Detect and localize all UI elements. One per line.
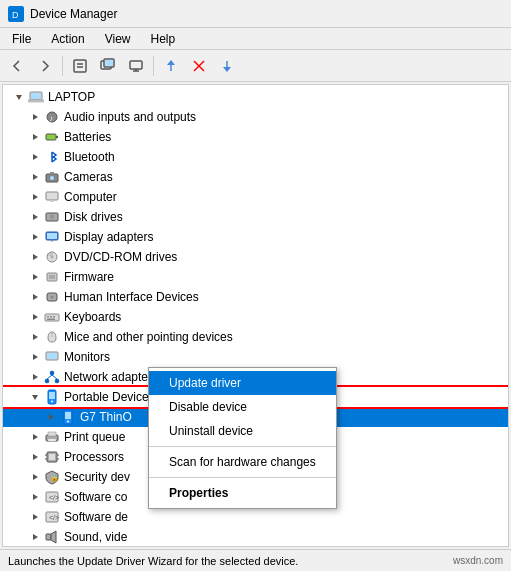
item-label-g7thino: G7 ThinO	[80, 410, 132, 424]
tree-item-laptop[interactable]: LAPTOP	[3, 87, 508, 107]
svg-text:🔒: 🔒	[50, 473, 59, 482]
properties-button[interactable]	[67, 53, 93, 79]
expand-btn-dvd[interactable]	[27, 249, 43, 265]
tree-item-monitors[interactable]: Monitors	[3, 347, 508, 367]
svg-text:CD: CD	[47, 252, 53, 257]
brand-label: wsxdn.com	[453, 555, 503, 566]
expand-btn-portable[interactable]	[27, 389, 43, 405]
expand-btn-printqueue[interactable]	[27, 429, 43, 445]
expand-btn-mice[interactable]	[27, 329, 43, 345]
expand-btn-bluetooth[interactable]	[27, 149, 43, 165]
menu-view[interactable]: View	[97, 30, 139, 47]
tree-item-disk[interactable]: Disk drives	[3, 207, 508, 227]
svg-rect-62	[49, 454, 55, 460]
svg-rect-46	[47, 353, 57, 359]
svg-point-38	[51, 296, 54, 299]
title-bar: D Device Manager	[0, 0, 511, 28]
ctx-item-disable-device[interactable]: Disable device	[149, 395, 336, 419]
expand-btn-sound[interactable]	[27, 529, 43, 545]
update-driver-toolbar-button[interactable]	[158, 53, 184, 79]
item-icon-cameras	[43, 168, 61, 186]
menu-help[interactable]: Help	[143, 30, 184, 47]
ctx-item-uninstall-device[interactable]: Uninstall device	[149, 419, 336, 443]
tree-item-bluetooth[interactable]: Bluetooth	[3, 147, 508, 167]
expand-btn-keyboards[interactable]	[27, 309, 43, 325]
svg-rect-15	[28, 100, 44, 102]
svg-text:D: D	[12, 10, 19, 20]
tree-item-sound[interactable]: Sound, vide	[3, 527, 508, 547]
expand-btn-monitors[interactable]	[27, 349, 43, 365]
tree-item-keyboards[interactable]: Keyboards	[3, 307, 508, 327]
expand-btn-softwareco[interactable]	[27, 489, 43, 505]
tree-item-softwarede[interactable]: </>Software de	[3, 507, 508, 527]
expand-btn-processors[interactable]	[27, 449, 43, 465]
computer-button[interactable]	[123, 53, 149, 79]
app-icon: D	[8, 6, 24, 22]
expand-btn-computer[interactable]	[27, 189, 43, 205]
expand-btn-softwarede[interactable]	[27, 509, 43, 525]
svg-rect-36	[49, 275, 55, 279]
expand-btn-network[interactable]	[27, 369, 43, 385]
svg-rect-2	[74, 60, 86, 72]
svg-rect-29	[47, 233, 57, 239]
window-title: Device Manager	[30, 7, 117, 21]
svg-point-27	[52, 217, 53, 218]
expand-btn-security[interactable]	[27, 469, 43, 485]
expand-btn-audio[interactable]	[27, 109, 43, 125]
item-label-cameras: Cameras	[64, 170, 113, 184]
svg-point-48	[45, 379, 49, 383]
item-icon-dvd: CD	[43, 248, 61, 266]
context-menu: Update driverDisable deviceUninstall dev…	[148, 367, 337, 509]
tree-item-dvd[interactable]: CDDVD/CD-ROM drives	[3, 247, 508, 267]
item-icon-monitors	[43, 348, 61, 366]
expand-btn-batteries[interactable]	[27, 129, 43, 145]
svg-rect-57	[65, 412, 71, 419]
svg-point-47	[50, 371, 54, 375]
tree-item-display[interactable]: Display adapters	[3, 227, 508, 247]
tree-item-computer[interactable]: Computer	[3, 187, 508, 207]
svg-rect-43	[47, 319, 55, 321]
expand-btn-disk[interactable]	[27, 209, 43, 225]
rollback-button[interactable]	[214, 53, 240, 79]
item-icon-portable	[43, 388, 61, 406]
item-icon-firmware	[43, 268, 61, 286]
ctx-item-update-driver[interactable]: Update driver	[149, 371, 336, 395]
expand-btn-g7thino[interactable]	[43, 409, 59, 425]
expand-btn-laptop[interactable]	[11, 89, 27, 105]
scan-button[interactable]	[95, 53, 121, 79]
expand-btn-firmware[interactable]	[27, 269, 43, 285]
tree-item-cameras[interactable]: Cameras	[3, 167, 508, 187]
menu-file[interactable]: File	[4, 30, 39, 47]
expand-btn-cameras[interactable]	[27, 169, 43, 185]
item-label-mice: Mice and other pointing devices	[64, 330, 233, 344]
ctx-item-scan-hardware[interactable]: Scan for hardware changes	[149, 450, 336, 474]
svg-rect-40	[47, 316, 49, 318]
ctx-separator	[149, 477, 336, 478]
status-message: Launches the Update Driver Wizard for th…	[8, 555, 298, 567]
svg-rect-72	[46, 534, 51, 540]
tree-item-hid[interactable]: Human Interface Devices	[3, 287, 508, 307]
tree-item-firmware[interactable]: Firmware	[3, 267, 508, 287]
item-label-batteries: Batteries	[64, 130, 111, 144]
expand-btn-hid[interactable]	[27, 289, 43, 305]
svg-rect-54	[49, 392, 55, 399]
svg-rect-14	[31, 93, 41, 99]
svg-rect-8	[130, 61, 142, 69]
item-label-sound: Sound, vide	[64, 530, 127, 544]
forward-button[interactable]	[32, 53, 58, 79]
tree-item-audio[interactable]: ♪Audio inputs and outputs	[3, 107, 508, 127]
uninstall-button[interactable]	[186, 53, 212, 79]
item-icon-display	[43, 228, 61, 246]
item-label-firmware: Firmware	[64, 270, 114, 284]
tree-item-batteries[interactable]: Batteries	[3, 127, 508, 147]
svg-rect-41	[50, 316, 52, 318]
ctx-item-properties[interactable]: Properties	[149, 481, 336, 505]
back-button[interactable]	[4, 53, 30, 79]
device-tree[interactable]: LAPTOP♪Audio inputs and outputsBatteries…	[2, 84, 509, 547]
toolbar	[0, 50, 511, 82]
item-label-portable: Portable Devices	[64, 390, 155, 404]
menu-action[interactable]: Action	[43, 30, 92, 47]
tree-item-mice[interactable]: Mice and other pointing devices	[3, 327, 508, 347]
item-icon-laptop	[27, 88, 45, 106]
expand-btn-display[interactable]	[27, 229, 43, 245]
